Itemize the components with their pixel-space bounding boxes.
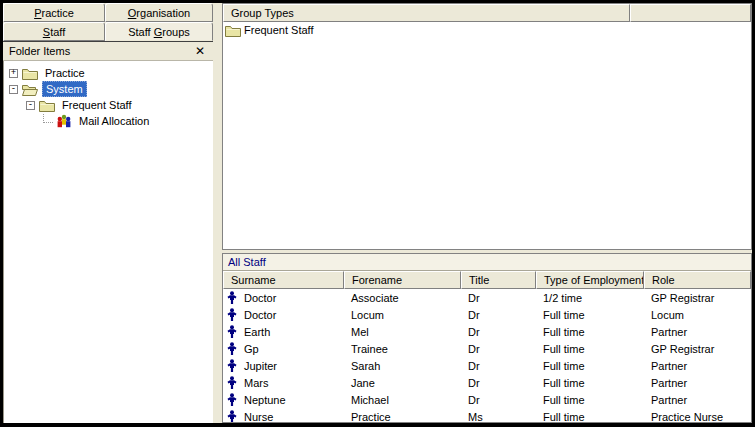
group-types-header-row: Group Types (223, 4, 751, 22)
cell-role: Locum (644, 309, 751, 321)
cell-surname: Mars (244, 377, 268, 389)
cell-employment: Full time (536, 377, 644, 389)
table-row[interactable]: Doctor Locum Dr Full time Locum (223, 306, 751, 323)
person-icon (227, 393, 237, 406)
cell-title: Dr (461, 292, 536, 304)
folder-icon (225, 24, 241, 37)
tree-connector (43, 114, 53, 123)
list-item-label: Frequent Staff (244, 24, 314, 36)
collapse-icon[interactable]: - (26, 101, 35, 110)
cell-title: Ms (461, 411, 536, 423)
table-row[interactable]: Nurse Practice Ms Full time Practice Nur… (223, 408, 751, 422)
table-row[interactable]: Doctor Associate Dr 1/2 time GP Registra… (223, 289, 751, 306)
cell-forename: Locum (344, 309, 461, 321)
folder-open-icon (22, 83, 38, 96)
folder-tree: + Practice - System - Frequent Sta (3, 61, 213, 423)
cell-forename: Jane (344, 377, 461, 389)
folder-icon (39, 99, 55, 112)
column-header-role[interactable]: Role (644, 271, 751, 289)
cell-role: Partner (644, 326, 751, 338)
person-icon (227, 342, 237, 355)
cell-title: Dr (461, 309, 536, 321)
cell-forename: Associate (344, 292, 461, 304)
cell-role: Practice Nurse (644, 411, 751, 423)
column-header-blank (630, 4, 751, 22)
tree-item-label: System (42, 81, 87, 97)
table-row[interactable]: Gp Trainee Dr Full time GP Registrar (223, 340, 751, 357)
cell-forename: Mel (344, 326, 461, 338)
tree-item-practice[interactable]: + Practice (4, 65, 213, 81)
person-icon (227, 359, 237, 372)
tree-item-label: Practice (42, 66, 88, 80)
cell-employment: Full time (536, 411, 644, 423)
cell-role: GP Registrar (644, 343, 751, 355)
all-staff-panel: All Staff Surname Forename Title Type of… (222, 253, 752, 423)
cell-title: Dr (461, 394, 536, 406)
cell-role: Partner (644, 394, 751, 406)
left-panel: Practice Organisation Staff Staff Groups… (3, 3, 213, 423)
person-icon (227, 308, 237, 321)
application-window: Practice Organisation Staff Staff Groups… (3, 3, 752, 423)
tree-item-label: Mail Allocation (76, 114, 152, 128)
folder-items-title: Folder Items (9, 45, 193, 57)
cell-employment: 1/2 time (536, 292, 644, 304)
expand-icon[interactable]: + (9, 69, 18, 78)
cell-role: Partner (644, 377, 751, 389)
group-types-panel: Group Types Frequent Staff (222, 3, 752, 250)
all-staff-header-row: Surname Forename Title Type of Employmen… (223, 271, 751, 289)
person-icon (227, 291, 237, 304)
all-staff-list: Doctor Associate Dr 1/2 time GP Registra… (223, 289, 751, 422)
tab-row-bottom: Staff Staff Groups (3, 22, 213, 41)
cell-employment: Full time (536, 309, 644, 321)
person-icon (227, 325, 237, 338)
cell-surname: Doctor (244, 292, 276, 304)
column-header-title[interactable]: Title (461, 271, 536, 289)
table-row[interactable]: Neptune Michael Dr Full time Partner (223, 391, 751, 408)
column-header-employment[interactable]: Type of Employment (536, 271, 644, 289)
list-item-frequent-staff[interactable]: Frequent Staff (223, 22, 751, 38)
tab-row-top: Practice Organisation (3, 3, 213, 22)
tree-item-system[interactable]: - System (4, 81, 213, 97)
cell-surname: Doctor (244, 309, 276, 321)
tree-item-frequent-staff[interactable]: - Frequent Staff (4, 97, 213, 113)
right-side: Group Types Frequent Staff All Staff Sur… (222, 3, 752, 423)
table-row[interactable]: Earth Mel Dr Full time Partner (223, 323, 751, 340)
close-icon[interactable]: ✕ (193, 45, 207, 57)
cell-forename: Sarah (344, 360, 461, 372)
column-header-forename[interactable]: Forename (344, 271, 461, 289)
cell-employment: Full time (536, 326, 644, 338)
cell-title: Dr (461, 343, 536, 355)
tree-item-mail-allocation[interactable]: Mail Allocation (4, 113, 213, 129)
cell-employment: Full time (536, 343, 644, 355)
column-header-group-types[interactable]: Group Types (223, 4, 630, 22)
cell-forename: Trainee (344, 343, 461, 355)
cell-title: Dr (461, 326, 536, 338)
cell-role: GP Registrar (644, 292, 751, 304)
vertical-splitter[interactable] (213, 3, 222, 423)
tab-staff-groups[interactable]: Staff Groups (105, 22, 213, 41)
cell-surname: Nurse (244, 411, 273, 423)
cell-employment: Full time (536, 394, 644, 406)
table-row[interactable]: Jupiter Sarah Dr Full time Partner (223, 357, 751, 374)
cell-surname: Earth (244, 326, 270, 338)
table-row[interactable]: Mars Jane Dr Full time Partner (223, 374, 751, 391)
cell-employment: Full time (536, 360, 644, 372)
person-icon (227, 410, 237, 422)
people-group-icon (56, 114, 72, 128)
cell-forename: Michael (344, 394, 461, 406)
tab-staff[interactable]: Staff (3, 22, 105, 41)
cell-forename: Practice (344, 411, 461, 423)
tree-item-label: Frequent Staff (59, 98, 135, 112)
all-staff-caption: All Staff (223, 254, 751, 271)
cell-surname: Gp (244, 343, 259, 355)
cell-surname: Neptune (244, 394, 286, 406)
collapse-icon[interactable]: - (9, 85, 18, 94)
tab-practice[interactable]: Practice (3, 3, 105, 22)
cell-surname: Jupiter (244, 360, 277, 372)
column-header-surname[interactable]: Surname (223, 271, 344, 289)
cell-role: Partner (644, 360, 751, 372)
tab-organisation[interactable]: Organisation (105, 3, 213, 22)
person-icon (227, 376, 237, 389)
group-types-list: Frequent Staff (223, 22, 751, 249)
cell-title: Dr (461, 377, 536, 389)
